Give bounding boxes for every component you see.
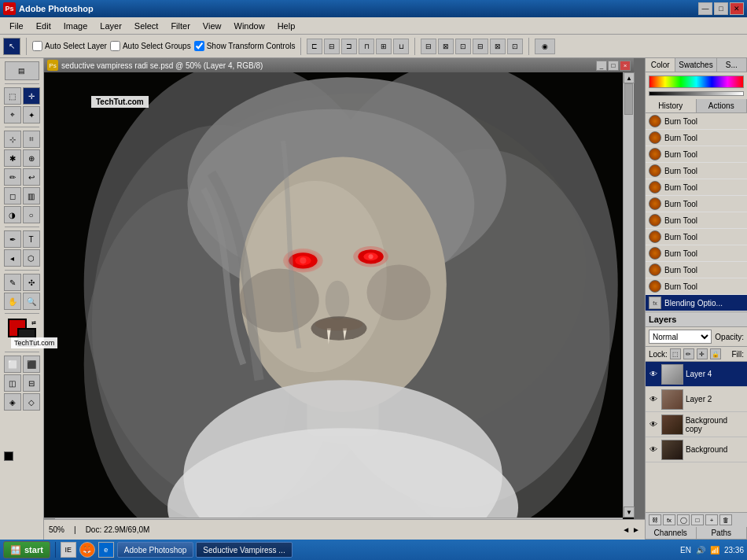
- history-item-6[interactable]: Burn Tool: [646, 212, 747, 229]
- add-mask-icon[interactable]: ◯: [677, 514, 690, 525]
- vertical-scrollbar[interactable]: ▲ ▼: [623, 72, 634, 518]
- history-item-5[interactable]: Burn Tool: [646, 196, 747, 212]
- lock-pixels-icon[interactable]: ✏: [683, 348, 694, 359]
- layer-item-3[interactable]: 👁 Background: [646, 437, 747, 462]
- history-item-4[interactable]: Burn Tool: [646, 179, 747, 196]
- layer-item-0[interactable]: 👁 Layer 4: [646, 362, 747, 387]
- quick-launch-icon1[interactable]: IE: [61, 542, 76, 558]
- dodge-tool[interactable]: ○: [23, 206, 40, 223]
- full-screen-mode[interactable]: ⬛: [23, 356, 40, 373]
- blend-mode-select[interactable]: Normal: [649, 330, 712, 344]
- history-item-7[interactable]: Burn Tool: [646, 229, 747, 245]
- menu-view[interactable]: View: [197, 20, 228, 32]
- show-transform-checkbox[interactable]: Show Transform Controls: [194, 41, 296, 51]
- status-right-btn[interactable]: ►: [632, 525, 640, 534]
- lock-all-icon[interactable]: 🔒: [710, 348, 721, 359]
- color-strip[interactable]: [649, 76, 744, 88]
- menu-image[interactable]: Image: [57, 20, 94, 32]
- align-bottom-icon[interactable]: ⊔: [393, 39, 409, 54]
- minimize-button[interactable]: —: [698, 2, 712, 15]
- move-tool-button[interactable]: ↖: [3, 38, 20, 55]
- history-item-8[interactable]: Burn Tool: [646, 245, 747, 262]
- eraser-tool[interactable]: ◻: [4, 187, 21, 204]
- scroll-thumb-vertical[interactable]: [624, 83, 633, 115]
- scroll-down-button[interactable]: ▼: [624, 507, 635, 518]
- patch-tool[interactable]: ⊕: [23, 149, 40, 167]
- swap-colors-icon[interactable]: ⇄: [31, 320, 36, 326]
- blur-tool[interactable]: ◑: [4, 206, 21, 223]
- standard-screen-mode[interactable]: ⬜: [4, 356, 21, 373]
- pen-tool[interactable]: ✒: [4, 230, 21, 248]
- taskbar-photoshop[interactable]: Adobe Photoshop: [117, 542, 194, 558]
- history-brush-tool[interactable]: ↩: [23, 168, 40, 186]
- align-middle-icon[interactable]: ⊞: [376, 39, 392, 54]
- new-group-icon[interactable]: □: [691, 514, 704, 525]
- history-item-10[interactable]: Burn Tool: [646, 278, 747, 295]
- align-left-icon[interactable]: ⊏: [307, 39, 322, 54]
- menu-layer[interactable]: Layer: [94, 20, 128, 32]
- lock-position-icon[interactable]: ✛: [697, 348, 708, 359]
- distribute-center-icon[interactable]: ⊠: [438, 39, 454, 54]
- layer-item-1[interactable]: 👁 Layer 2: [646, 387, 747, 412]
- type-tool[interactable]: T: [23, 230, 40, 248]
- default-colors-icon[interactable]: [4, 451, 13, 461]
- canvas-maximize-button[interactable]: □: [608, 61, 619, 71]
- menu-window[interactable]: Window: [228, 20, 271, 32]
- paths-tab[interactable]: Paths: [697, 527, 748, 539]
- history-item-1[interactable]: Burn Tool: [646, 130, 747, 146]
- menu-filter[interactable]: Filter: [164, 20, 196, 32]
- path-selection-tool[interactable]: ◂: [4, 249, 21, 267]
- magic-wand-tool[interactable]: ✦: [23, 106, 40, 123]
- quick-launch-icon2[interactable]: 🦊: [79, 542, 95, 558]
- grayscale-strip[interactable]: [649, 91, 744, 96]
- close-button[interactable]: ✕: [730, 2, 744, 15]
- align-top-icon[interactable]: ⊓: [359, 39, 374, 54]
- distribute-middle-icon[interactable]: ⊠: [490, 39, 506, 54]
- screen-mode-btn1[interactable]: ◫: [4, 374, 21, 392]
- third-tab[interactable]: S...: [717, 58, 747, 72]
- extra-options-icon[interactable]: ◉: [535, 39, 555, 54]
- canvas-minimize-button[interactable]: _: [596, 61, 607, 71]
- menu-edit[interactable]: Edit: [30, 20, 57, 32]
- history-item-0[interactable]: Burn Tool: [646, 113, 747, 130]
- auto-select-checkbox[interactable]: Auto Select Layer: [32, 41, 107, 51]
- history-tab[interactable]: History: [646, 99, 697, 112]
- distribute-left-icon[interactable]: ⊟: [421, 39, 436, 54]
- canvas-close-button[interactable]: ×: [620, 61, 631, 71]
- status-left-btn[interactable]: ◄: [622, 525, 630, 534]
- eyedropper-tool[interactable]: ✣: [23, 274, 40, 291]
- layer-visibility-3[interactable]: 👁: [648, 444, 659, 455]
- delete-layer-icon[interactable]: 🗑: [719, 514, 732, 525]
- align-center-v-icon[interactable]: ⊟: [324, 39, 340, 54]
- history-item-2[interactable]: Burn Tool: [646, 146, 747, 163]
- slice-tool[interactable]: ⌗: [23, 131, 40, 148]
- distribute-bottom-icon[interactable]: ⊡: [507, 39, 523, 54]
- layer-link-icon[interactable]: ⛓: [649, 514, 661, 525]
- healing-brush-tool[interactable]: ✱: [4, 149, 21, 167]
- layer-item-2[interactable]: 👁 Background copy: [646, 412, 747, 437]
- brush-tool[interactable]: ✏: [4, 168, 21, 186]
- scroll-up-button[interactable]: ▲: [624, 72, 635, 83]
- screen-mode-btn2[interactable]: ⊟: [23, 374, 40, 392]
- status-nav-buttons[interactable]: ◄ ►: [622, 525, 640, 534]
- start-button[interactable]: 🪟 start: [3, 541, 50, 558]
- layer-visibility-1[interactable]: 👁: [648, 394, 659, 405]
- crop-tool[interactable]: ⊹: [4, 131, 21, 148]
- history-item-11[interactable]: fx Blending Optio...: [646, 295, 747, 311]
- history-item-3[interactable]: Burn Tool: [646, 163, 747, 179]
- distribute-right-icon[interactable]: ⊡: [455, 39, 471, 54]
- lock-transparent-icon[interactable]: ⬚: [670, 348, 681, 359]
- title-bar-buttons[interactable]: — □ ✕: [698, 2, 744, 15]
- distribute-top-icon[interactable]: ⊟: [473, 39, 488, 54]
- menu-help[interactable]: Help: [271, 20, 302, 32]
- jump-btn1[interactable]: ◈: [4, 393, 21, 411]
- menu-select[interactable]: Select: [128, 20, 165, 32]
- channels-tab[interactable]: Channels: [646, 527, 697, 539]
- layer-visibility-0[interactable]: 👁: [648, 369, 659, 380]
- hand-tool[interactable]: ✋: [4, 293, 21, 310]
- rectangular-marquee-tool[interactable]: ⬚: [4, 87, 21, 105]
- taskbar-vampiress[interactable]: Seductive Vampiress ...: [196, 542, 292, 558]
- layer-visibility-2[interactable]: 👁: [648, 419, 659, 430]
- maximize-button[interactable]: □: [714, 2, 728, 15]
- tool-sample[interactable]: ▤: [5, 61, 39, 80]
